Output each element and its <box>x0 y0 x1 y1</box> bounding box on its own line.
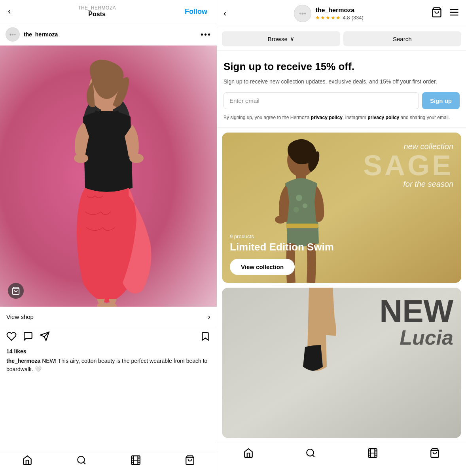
email-signup-row: Sign up <box>224 92 460 109</box>
stars-icon: ★★★★★ <box>315 15 341 21</box>
action-icons-left <box>6 331 50 344</box>
right-panel: ‹ +++ the_hermoza ★★★★★ 4.8 (334) <box>217 0 466 476</box>
svg-point-32 <box>307 449 313 456</box>
new-big-text: NEW <box>379 296 453 327</box>
right-bottom-nav <box>217 443 466 469</box>
search-nav-icon[interactable] <box>76 455 87 468</box>
svg-point-7 <box>129 154 144 163</box>
signup-disclaimer: By signing up, you agree to the Hermoza … <box>224 114 460 121</box>
privacy-policy-link2[interactable]: privacy policy <box>367 115 399 120</box>
sage-big-text: SAGE <box>363 151 453 180</box>
svg-line-14 <box>83 462 85 464</box>
browse-button[interactable]: Browse ∨ <box>222 31 340 46</box>
left-bottom-nav <box>0 450 217 476</box>
browse-label: Browse <box>268 36 288 42</box>
lucia-subtitle: Lucia <box>379 327 453 348</box>
shop-bag-icon[interactable] <box>8 283 24 299</box>
right-header-left: +++ the_hermoza ★★★★★ 4.8 (334) <box>294 5 363 22</box>
likes-count: 14 likes <box>0 348 217 357</box>
right-header-icons <box>431 7 460 21</box>
back-icon-right[interactable]: ‹ <box>224 8 226 19</box>
post-caption: the_hermoza NEW! This airy, cotton beaut… <box>0 357 217 377</box>
post-image <box>0 46 217 307</box>
shop-avatar[interactable]: +++ <box>294 5 311 22</box>
search-button[interactable]: Search <box>343 31 462 46</box>
view-shop-label: View shop <box>6 313 34 320</box>
lucia-text-overlay: NEW Lucia <box>379 296 453 348</box>
shop-name: the_hermoza <box>315 7 363 14</box>
products-count: 9 products <box>230 233 453 239</box>
arrow-right-icon: › <box>208 312 210 321</box>
search-nav-right-icon[interactable] <box>305 448 316 461</box>
left-header: ‹ THE_HERMOZA Posts Follow <box>0 0 217 23</box>
post-username[interactable]: the_hermoza <box>24 31 58 38</box>
view-collection-button[interactable]: View collection <box>230 259 295 275</box>
home-nav-right-icon[interactable] <box>243 448 254 461</box>
post-user-left: +++ the_hermoza <box>6 27 58 42</box>
view-shop-row[interactable]: View shop › <box>0 307 217 327</box>
svg-point-13 <box>78 456 84 463</box>
user-avatar[interactable]: +++ <box>6 27 20 42</box>
disclaimer-middle: , Instagram <box>343 115 367 120</box>
action-row <box>0 327 217 348</box>
browse-chevron-icon: ∨ <box>290 35 294 42</box>
header-center: THE_HERMOZA Posts <box>78 5 116 18</box>
bookmark-icon[interactable] <box>200 331 210 344</box>
svg-point-27 <box>303 203 307 208</box>
more-options-icon[interactable]: ••• <box>201 30 211 39</box>
collection-name-sage: Limited Edition Swim <box>230 241 453 253</box>
disclaimer-suffix: and sharing your email. <box>399 115 450 120</box>
shop-info: the_hermoza ★★★★★ 4.8 (334) <box>315 7 363 21</box>
like-icon[interactable] <box>6 331 17 344</box>
rating-value: 4.8 <box>343 15 350 21</box>
sage-card-background: new collection SAGE for the season 9 pro… <box>222 133 461 283</box>
posts-label: Posts <box>88 11 106 18</box>
svg-text:+++: +++ <box>299 11 306 16</box>
sage-text-overlay: new collection SAGE for the season <box>363 142 453 189</box>
left-panel: ‹ THE_HERMOZA Posts Follow +++ the_hermo… <box>0 0 217 476</box>
signup-description: Sign up to receive new collection update… <box>224 78 460 86</box>
shop-nav-icon[interactable] <box>185 455 195 468</box>
back-icon[interactable]: ‹ <box>6 5 12 18</box>
cart-icon[interactable] <box>431 7 442 21</box>
signup-section: Sign up to receive 15% off. Sign up to r… <box>217 51 466 128</box>
email-input[interactable] <box>224 92 419 109</box>
signup-button[interactable]: Sign up <box>422 92 460 109</box>
follow-button[interactable]: Follow <box>182 6 210 17</box>
comment-icon[interactable] <box>23 331 33 344</box>
lucia-card-background: NEW Lucia <box>222 288 461 438</box>
collections-area: new collection SAGE for the season 9 pro… <box>217 128 466 443</box>
shop-rating-row: ★★★★★ 4.8 (334) <box>315 15 363 21</box>
home-nav-icon[interactable] <box>22 455 32 468</box>
rating-count: (334) <box>352 15 364 21</box>
caption-username[interactable]: the_hermoza <box>6 358 40 364</box>
signup-title: Sign up to receive 15% off. <box>224 60 460 74</box>
share-icon[interactable] <box>40 331 50 344</box>
shop-nav-right-icon[interactable] <box>430 448 440 461</box>
browse-search-row: Browse ∨ Search <box>217 27 466 51</box>
collection-card-lucia: NEW Lucia <box>222 288 461 438</box>
sage-collection-overlay: 9 products Limited Edition Swim View col… <box>222 226 461 283</box>
svg-point-6 <box>74 154 88 163</box>
disclaimer-prefix: By signing up, you agree to the Hermoza <box>224 115 311 120</box>
privacy-policy-link1[interactable]: privacy policy <box>311 115 343 120</box>
svg-line-33 <box>313 455 314 457</box>
search-label: Search <box>393 36 412 42</box>
svg-point-28 <box>294 207 299 212</box>
reels-nav-right-icon[interactable] <box>367 448 378 461</box>
reels-nav-icon[interactable] <box>131 455 141 468</box>
menu-icon[interactable] <box>449 7 460 21</box>
svg-point-26 <box>296 195 302 201</box>
right-header: ‹ +++ the_hermoza ★★★★★ 4.8 (334) <box>217 0 466 27</box>
svg-text:+++: +++ <box>9 32 16 37</box>
collection-card-sage: new collection SAGE for the season 9 pro… <box>222 133 461 283</box>
post-user-row: +++ the_hermoza ••• <box>0 23 217 46</box>
account-label: THE_HERMOZA <box>78 5 116 11</box>
svg-point-30 <box>275 216 286 224</box>
